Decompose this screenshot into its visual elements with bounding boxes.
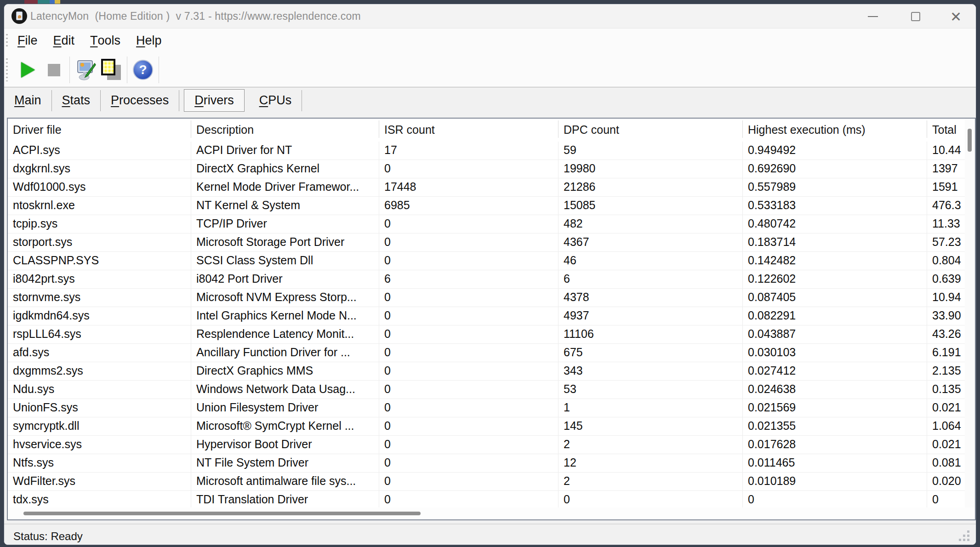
- table-row[interactable]: ACPI.sys ACPI Driver for NT 17 59 0.9494…: [8, 142, 975, 160]
- cell-highest-execution: 0.011465: [743, 454, 927, 472]
- vertical-scrollbar[interactable]: [965, 119, 975, 507]
- column-header-description[interactable]: Description: [191, 119, 379, 142]
- table-row[interactable]: hvservice.sys Hypervisor Boot Driver 0 2…: [8, 436, 975, 454]
- help-button[interactable]: ?: [130, 56, 156, 84]
- tab-separator: [302, 90, 302, 111]
- status-text: Status: Ready: [13, 530, 83, 543]
- cell-driver-file: symcryptk.dll: [8, 417, 191, 435]
- cell-driver-file: stornvme.sys: [8, 289, 191, 307]
- table-row[interactable]: Ntfs.sys NT File System Driver 0 12 0.01…: [8, 454, 975, 473]
- toolbar-separator: [159, 57, 159, 83]
- table-row[interactable]: dxgkrnl.sys DirectX Graphics Kernel 0 19…: [8, 160, 975, 178]
- cell-dpc-count: 4367: [558, 234, 743, 251]
- cell-description: DirectX Graphics Kernel: [191, 160, 379, 178]
- cell-description: DirectX Graphics MMS: [191, 362, 379, 380]
- cell-isr-count: 0: [379, 399, 558, 417]
- table-row[interactable]: ntoskrnl.exe NT Kernel & System 6985 150…: [8, 197, 975, 215]
- cell-dpc-count: 1: [558, 399, 743, 417]
- menubar-gripper[interactable]: [6, 34, 8, 49]
- edit-report-button[interactable]: [73, 56, 98, 84]
- cell-driver-file: rspLLL64.sys: [8, 325, 191, 343]
- cell-driver-file: ntoskrnl.exe: [8, 197, 191, 215]
- column-header-isr-count[interactable]: ISR count: [379, 119, 558, 142]
- cell-dpc-count: 53: [558, 381, 743, 399]
- start-monitor-button[interactable]: [15, 56, 41, 84]
- minimize-button[interactable]: [858, 4, 888, 28]
- cell-isr-count: 0: [379, 307, 558, 325]
- cell-highest-execution: 0.087405: [743, 289, 927, 307]
- drivers-table: Driver file Description ISR count DPC co…: [7, 118, 976, 520]
- cell-isr-count: 0: [379, 381, 558, 399]
- cell-driver-file: Wdf01000.sys: [8, 178, 191, 196]
- cell-dpc-count: 6: [558, 270, 743, 288]
- table-row[interactable]: igdkmdn64.sys Intel Graphics Kernel Mode…: [8, 307, 975, 325]
- table-row[interactable]: Ndu.sys Windows Network Data Usag... 0 5…: [8, 381, 975, 399]
- table-row[interactable]: symcryptk.dll Microsoft® SymCrypt Kernel…: [8, 417, 975, 436]
- cell-dpc-count: 4937: [558, 307, 743, 325]
- cell-description: NT Kernel & System: [191, 197, 379, 215]
- table-row[interactable]: afd.sys Ancillary Function Driver for ..…: [8, 344, 975, 362]
- table-row[interactable]: WdFilter.sys Microsoft antimalware file …: [8, 473, 975, 491]
- maximize-icon: [911, 12, 920, 21]
- maximize-button[interactable]: [901, 4, 930, 28]
- tab-stats[interactable]: Stats: [52, 90, 101, 111]
- table-row[interactable]: storport.sys Microsoft Storage Port Driv…: [8, 234, 975, 252]
- cell-isr-count: 0: [379, 289, 558, 307]
- horizontal-scrollbar[interactable]: [8, 507, 975, 519]
- table-row[interactable]: dxgmms2.sys DirectX Graphics MMS 0 343 0…: [8, 362, 975, 381]
- tab-cpus[interactable]: CPUs: [249, 90, 302, 111]
- cell-highest-execution: 0.024638: [743, 381, 927, 399]
- cell-isr-count: 0: [379, 491, 558, 509]
- question-mark-icon: ?: [133, 60, 153, 80]
- cell-driver-file: Ndu.sys: [8, 381, 191, 399]
- cell-description: Windows Network Data Usag...: [191, 381, 379, 399]
- menu-file[interactable]: File: [10, 28, 46, 53]
- table-row[interactable]: rspLLL64.sys Resplendence Latency Monit.…: [8, 325, 975, 344]
- table-row[interactable]: CLASSPNP.SYS SCSI Class System Dll 0 46 …: [8, 252, 975, 270]
- column-header-highest-execution[interactable]: Highest execution (ms): [743, 119, 927, 142]
- tab-separator: [179, 90, 179, 111]
- toolbar-gripper[interactable]: [6, 58, 8, 81]
- stop-monitor-button[interactable]: [41, 56, 67, 84]
- cell-description: Ancillary Function Driver for ...: [191, 344, 379, 362]
- latencymon-window: LatencyMon (Home Edition ) v 7.31 - http…: [4, 4, 976, 545]
- table-row[interactable]: Wdf01000.sys Kernel Mode Driver Framewor…: [8, 178, 975, 197]
- cell-isr-count: 0: [379, 234, 558, 251]
- column-header-driver-file[interactable]: Driver file: [8, 119, 191, 142]
- copy-report-button[interactable]: [98, 56, 124, 84]
- toolbar-separator: [127, 57, 127, 83]
- table-row[interactable]: stornvme.sys Microsoft NVM Express Storp…: [8, 289, 975, 307]
- cell-driver-file: i8042prt.sys: [8, 270, 191, 288]
- column-header-dpc-count[interactable]: DPC count: [558, 119, 743, 142]
- cell-highest-execution: 0.557989: [743, 178, 927, 196]
- tab-main[interactable]: Main: [4, 90, 51, 111]
- tab-drivers[interactable]: Drivers: [184, 89, 245, 112]
- cell-driver-file: WdFilter.sys: [8, 473, 191, 490]
- table-row[interactable]: tcpip.sys TCP/IP Driver 0 482 0.480742 1…: [8, 215, 975, 234]
- tab-processes[interactable]: Processes: [101, 90, 179, 111]
- cell-driver-file: CLASSPNP.SYS: [8, 252, 191, 270]
- cell-highest-execution: 0.021569: [743, 399, 927, 417]
- cell-driver-file: Ntfs.sys: [8, 454, 191, 472]
- cell-isr-count: 0: [379, 215, 558, 233]
- table-row[interactable]: UnionFS.sys Union Filesystem Driver 0 1 …: [8, 399, 975, 417]
- cell-isr-count: 0: [379, 362, 558, 380]
- cell-description: i8042 Port Driver: [191, 270, 379, 288]
- menu-help[interactable]: Help: [128, 28, 170, 53]
- title-bar: LatencyMon (Home Edition ) v 7.31 - http…: [4, 4, 976, 28]
- cell-dpc-count: 46: [558, 252, 743, 270]
- vertical-scrollbar-thumb[interactable]: [968, 129, 972, 152]
- table-row[interactable]: i8042prt.sys i8042 Port Driver 6 6 0.122…: [8, 270, 975, 289]
- menu-tools[interactable]: Tools: [82, 28, 128, 53]
- cell-highest-execution: 0.142482: [743, 252, 927, 270]
- menu-edit[interactable]: Edit: [46, 28, 83, 53]
- cell-description: SCSI Class System Dll: [191, 252, 379, 270]
- cell-dpc-count: 482: [558, 215, 743, 233]
- close-icon: ✕: [950, 9, 962, 25]
- cell-dpc-count: 12: [558, 454, 743, 472]
- resize-grip[interactable]: [957, 529, 969, 541]
- toolbar-separator: [69, 57, 70, 83]
- table-row[interactable]: tdx.sys TDI Translation Driver 0 0 0 0: [8, 491, 975, 509]
- close-button[interactable]: ✕: [943, 4, 973, 28]
- horizontal-scrollbar-thumb[interactable]: [23, 512, 421, 515]
